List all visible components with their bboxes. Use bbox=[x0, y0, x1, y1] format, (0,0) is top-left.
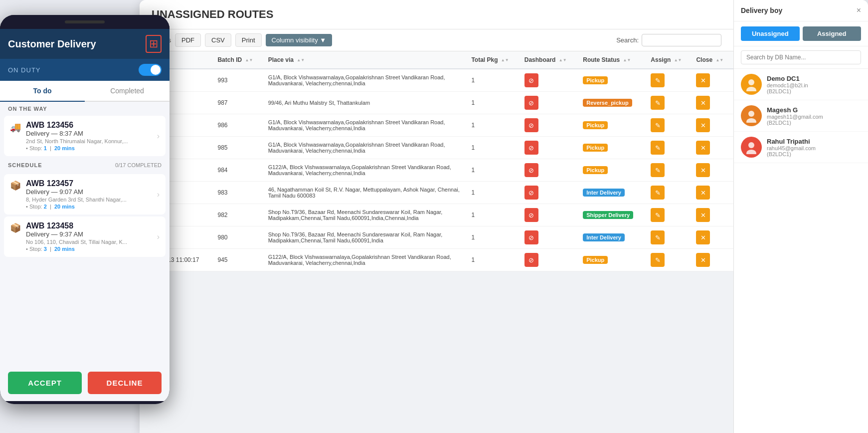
status-badge-3: Pickup bbox=[583, 144, 608, 152]
cell-batch-4: 984 bbox=[213, 159, 264, 182]
dashboard-icon-4: ⊘ bbox=[528, 167, 534, 174]
close-icon-4: ✕ bbox=[700, 167, 706, 174]
delivery-boy-panel-title: Delivery boy bbox=[741, 6, 782, 14]
close-btn-8[interactable]: ✕ bbox=[696, 253, 710, 267]
assign-btn-3[interactable]: ✎ bbox=[651, 141, 665, 155]
assign-btn-7[interactable]: ✎ bbox=[651, 230, 665, 244]
col-batch-id[interactable]: Batch ID ▲▼ bbox=[213, 51, 264, 69]
delivery-addr-2: 8, Hyder Garden 3rd St, Shanthi Nagar,..… bbox=[26, 197, 152, 203]
cell-assign-7: ✎ bbox=[647, 226, 692, 249]
dashboard-btn-0[interactable]: ⊘ bbox=[524, 73, 538, 87]
delivery-boy-item-3[interactable]: Rahul Tripathi rahul45@gmail.com (B2LDC1… bbox=[734, 132, 868, 163]
assign-btn-4[interactable]: ✎ bbox=[651, 163, 665, 177]
dashboard-btn-7[interactable]: ⊘ bbox=[524, 230, 538, 244]
delivery-info-3: AWB 123458 Delivery — 9:37 AM No 106, 11… bbox=[26, 221, 152, 252]
table-row: 1-04 986 G1/A, Block Vishwaswarnalaya,Go… bbox=[140, 114, 733, 137]
close-btn-3[interactable]: ✕ bbox=[696, 141, 710, 155]
col-total-pkg[interactable]: Total Pkg ▲▼ bbox=[467, 51, 520, 69]
assign-btn-1[interactable]: ✎ bbox=[651, 96, 665, 110]
svg-point-5 bbox=[746, 150, 756, 154]
assign-icon-1: ✎ bbox=[655, 99, 661, 107]
tab-todo[interactable]: To do bbox=[0, 81, 85, 102]
assign-icon-7: ✎ bbox=[655, 234, 661, 241]
dashboard-icon-0: ⊘ bbox=[528, 77, 534, 84]
tab-assigned[interactable]: Assigned bbox=[803, 26, 862, 41]
avatar-2 bbox=[741, 105, 762, 126]
assign-btn-0[interactable]: ✎ bbox=[651, 73, 665, 87]
delivery-item-1[interactable]: 🚚 AWB 123456 Delivery — 8:37 AM 2nd St, … bbox=[4, 116, 166, 156]
dashboard-icon-1: ⊘ bbox=[528, 99, 534, 107]
close-btn-4[interactable]: ✕ bbox=[696, 163, 710, 177]
cell-close-1: ✕ bbox=[692, 92, 733, 114]
close-icon-1: ✕ bbox=[700, 99, 706, 107]
cell-batch-3: 985 bbox=[213, 137, 264, 159]
cell-batch-6: 982 bbox=[213, 204, 264, 226]
close-btn-2[interactable]: ✕ bbox=[696, 118, 710, 132]
assign-btn-6[interactable]: ✎ bbox=[651, 208, 665, 222]
table-row: 2021-09-13 11:00:17 945 G122/A, Block Vi… bbox=[140, 249, 733, 271]
cell-assign-6: ✎ bbox=[647, 204, 692, 226]
cell-batch-8: 945 bbox=[213, 249, 264, 271]
schedule-bar: SCHEDULE 0/17 COMPLETED bbox=[0, 158, 170, 172]
delivery-boy-item-2[interactable]: Magesh G magesh11@gmail.com (B2LDC1) bbox=[734, 100, 868, 132]
cell-status-8: Pickup bbox=[579, 249, 647, 271]
assign-icon-0: ✎ bbox=[655, 77, 661, 84]
close-btn-5[interactable]: ✕ bbox=[696, 186, 710, 200]
col-route-status[interactable]: Route Status ▲▼ bbox=[579, 51, 647, 69]
dashboard-btn-3[interactable]: ⊘ bbox=[524, 141, 538, 155]
delivery-info-1: AWB 123456 Delivery — 8:37 AM 2nd St, No… bbox=[26, 121, 152, 151]
delivery-boy-item-1[interactable]: Demo DC1 demodc1@b2l.in (B2LDC1) bbox=[734, 69, 868, 100]
assign-btn-2[interactable]: ✎ bbox=[651, 118, 665, 132]
col-assign[interactable]: Assign ▲▼ bbox=[647, 51, 692, 69]
delivery-icon-2: 📦 bbox=[10, 180, 21, 191]
cell-status-4: Pickup bbox=[579, 159, 647, 182]
delivery-item-2[interactable]: 📦 AWB 123457 Delivery — 9:07 AM 8, Hyder… bbox=[4, 174, 166, 215]
db-email-1: demodc1@b2l.in bbox=[767, 82, 861, 88]
decline-button[interactable]: DECLINE bbox=[88, 372, 162, 394]
tab-unassigned[interactable]: Unassigned bbox=[741, 26, 800, 41]
close-btn-0[interactable]: ✕ bbox=[696, 73, 710, 87]
close-icon-7: ✕ bbox=[700, 234, 706, 241]
cell-place-8: G122/A, Block Vishwaswarnalaya,Gopalakri… bbox=[264, 249, 468, 271]
dashboard-btn-2[interactable]: ⊘ bbox=[524, 118, 538, 132]
close-btn-6[interactable]: ✕ bbox=[696, 208, 710, 222]
duty-toggle[interactable] bbox=[139, 64, 162, 76]
col-place-via[interactable]: Place via ▲▼ bbox=[264, 51, 468, 69]
search-input[interactable] bbox=[642, 34, 721, 46]
table-row: 1-04 984 G122/A, Block Vishwaswarnalaya,… bbox=[140, 159, 733, 182]
close-panel-button[interactable]: × bbox=[857, 6, 861, 15]
cell-dashboard-5: ⊘ bbox=[521, 182, 579, 204]
cell-pkg-2: 1 bbox=[467, 114, 520, 137]
csv-button[interactable]: CSV bbox=[205, 33, 231, 47]
dashboard-icon-6: ⊘ bbox=[528, 212, 534, 219]
close-btn-1[interactable]: ✕ bbox=[696, 96, 710, 110]
status-badge-5: Inter Delivery bbox=[583, 189, 625, 197]
close-btn-7[interactable]: ✕ bbox=[696, 230, 710, 244]
dashboard-btn-4[interactable]: ⊘ bbox=[524, 163, 538, 177]
accept-button[interactable]: ACCEPT bbox=[8, 372, 82, 394]
col-dashboard[interactable]: Dashboard ▲▼ bbox=[521, 51, 579, 69]
dashboard-btn-5[interactable]: ⊘ bbox=[524, 186, 538, 200]
print-button[interactable]: Print bbox=[235, 33, 262, 47]
delivery-time-3: Delivery — 9:37 AM bbox=[26, 230, 152, 238]
tab-completed[interactable]: Completed bbox=[85, 81, 170, 101]
cell-status-0: Pickup bbox=[579, 69, 647, 92]
panel-search-input[interactable] bbox=[741, 50, 861, 64]
assign-btn-8[interactable]: ✎ bbox=[651, 253, 665, 267]
column-visibility-button[interactable]: Column visibility ▼ bbox=[266, 34, 333, 46]
dashboard-btn-6[interactable]: ⊘ bbox=[524, 208, 538, 222]
dashboard-btn-8[interactable]: ⊘ bbox=[524, 253, 538, 267]
close-icon-0: ✕ bbox=[700, 77, 706, 84]
cell-assign-0: ✎ bbox=[647, 69, 692, 92]
cell-status-6: Shipper Delivery bbox=[579, 204, 647, 226]
cell-dashboard-7: ⊘ bbox=[521, 226, 579, 249]
status-badge-1: Reverse_pickup bbox=[583, 99, 632, 107]
delivery-item-3[interactable]: 📦 AWB 123458 Delivery — 9:37 AM No 106, … bbox=[4, 216, 166, 257]
dashboard-btn-1[interactable]: ⊘ bbox=[524, 96, 538, 110]
assign-btn-5[interactable]: ✎ bbox=[651, 186, 665, 200]
mobile-duty-bar: ON DUTY bbox=[0, 59, 170, 81]
scan-icon[interactable]: ⊞ bbox=[146, 35, 162, 53]
cell-batch-2: 986 bbox=[213, 114, 264, 137]
pdf-button[interactable]: PDF bbox=[175, 33, 201, 47]
col-close[interactable]: Close ▲▼ bbox=[692, 51, 733, 69]
